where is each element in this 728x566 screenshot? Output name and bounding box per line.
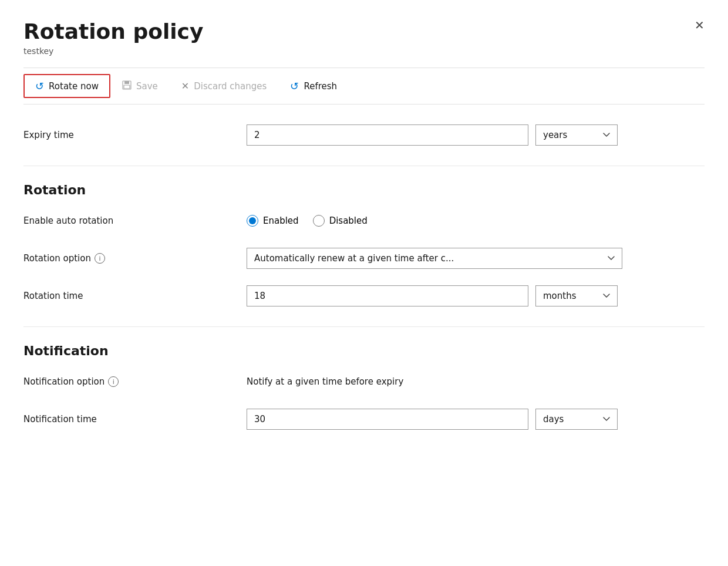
disabled-radio-text: Disabled: [329, 215, 368, 226]
svg-rect-1: [124, 81, 129, 84]
divider-2: [23, 326, 705, 327]
notification-time-controls: days months years: [247, 409, 705, 430]
discard-icon: ✕: [181, 80, 189, 92]
notification-time-label: Notification time: [23, 414, 247, 424]
notification-option-controls: Notify at a given time before expiry: [247, 376, 705, 387]
save-label: Save: [136, 81, 158, 92]
notification-time-unit-select[interactable]: days months years: [535, 409, 618, 430]
rotation-option-select[interactable]: Automatically renew at a given time afte…: [247, 248, 622, 269]
enabled-radio[interactable]: [247, 215, 258, 227]
notification-time-input[interactable]: [247, 409, 528, 430]
rotation-option-row: Rotation option i Automatically renew at…: [23, 247, 705, 270]
rotation-option-label: Rotation option i: [23, 253, 247, 264]
refresh-label: Refresh: [304, 81, 337, 92]
rotation-time-controls: days months years: [247, 285, 705, 306]
notification-option-info-icon: i: [108, 376, 119, 387]
rotation-time-unit-select[interactable]: days months years: [535, 285, 618, 306]
expiry-time-label: Expiry time: [23, 130, 247, 140]
rotation-time-input[interactable]: [247, 285, 528, 306]
rotation-option-controls: Automatically renew at a given time afte…: [247, 248, 705, 269]
rotation-time-label: Rotation time: [23, 291, 247, 301]
panel-title: Rotation policy: [23, 19, 705, 44]
notification-option-value: Notify at a given time before expiry: [247, 376, 403, 387]
disabled-radio[interactable]: [313, 215, 325, 227]
panel-subtitle: testkey: [23, 46, 705, 56]
auto-rotation-radio-group: Enabled Disabled: [247, 215, 368, 227]
rotation-option-info-icon: i: [95, 253, 105, 264]
auto-rotation-controls: Enabled Disabled: [247, 215, 705, 227]
enabled-radio-text: Enabled: [263, 215, 299, 226]
rotation-time-row: Rotation time days months years: [23, 284, 705, 308]
save-button[interactable]: Save: [110, 75, 170, 98]
refresh-icon: ↻: [290, 80, 299, 92]
toolbar: ↻ Rotate now Save ✕ Discard changes ↻ Re…: [23, 68, 705, 105]
notification-time-row: Notification time days months years: [23, 407, 705, 431]
discard-label: Discard changes: [194, 81, 267, 92]
divider-1: [23, 166, 705, 166]
rotate-icon: ↻: [35, 80, 44, 92]
expiry-time-controls: days months years: [247, 124, 705, 146]
notification-section-title: Notification: [23, 343, 705, 358]
expiry-time-row: Expiry time days months years: [23, 123, 705, 147]
notification-option-row: Notification option i Notify at a given …: [23, 370, 705, 393]
notification-section: Notification Notification option i Notif…: [23, 343, 705, 431]
rotate-now-label: Rotate now: [49, 81, 99, 92]
auto-rotation-row: Enable auto rotation Enabled Disabled: [23, 209, 705, 233]
discard-changes-button[interactable]: ✕ Discard changes: [170, 75, 279, 97]
rotation-section: Rotation Enable auto rotation Enabled Di…: [23, 183, 705, 308]
notification-option-label: Notification option i: [23, 376, 247, 387]
rotation-policy-panel: ✕ Rotation policy testkey ↻ Rotate now S…: [0, 0, 728, 566]
rotation-section-title: Rotation: [23, 183, 705, 197]
enabled-radio-label[interactable]: Enabled: [247, 215, 299, 227]
rotate-now-button[interactable]: ↻ Rotate now: [23, 74, 110, 98]
refresh-button[interactable]: ↻ Refresh: [278, 74, 349, 98]
expiry-time-input[interactable]: [247, 124, 528, 146]
expiry-time-unit-select[interactable]: days months years: [535, 124, 618, 146]
close-icon: ✕: [695, 19, 705, 32]
disabled-radio-label[interactable]: Disabled: [313, 215, 368, 227]
close-button[interactable]: ✕: [690, 16, 709, 34]
save-icon: [122, 80, 132, 92]
expiry-time-section: Expiry time days months years: [23, 123, 705, 147]
svg-rect-2: [124, 85, 130, 89]
auto-rotation-label: Enable auto rotation: [23, 215, 247, 226]
